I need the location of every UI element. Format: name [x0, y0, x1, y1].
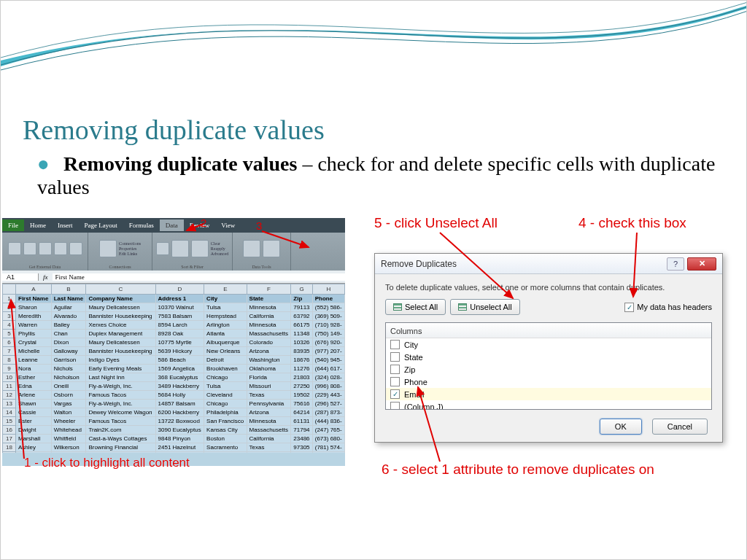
column-item--column-j-[interactable]: (Column J): [386, 400, 711, 410]
name-box[interactable]: A1: [2, 273, 39, 281]
annotation-4: 4 - check this box: [578, 215, 686, 231]
ribbon-tab-file[interactable]: File: [2, 219, 24, 231]
ok-button[interactable]: OK: [600, 419, 642, 435]
cancel-button[interactable]: Cancel: [652, 419, 708, 435]
column-checkbox[interactable]: [390, 402, 400, 410]
ribbon-tab-page-layout[interactable]: Page Layout: [79, 219, 123, 231]
ribbon-group-sort: Sort & Filter: [181, 265, 204, 269]
column-item-phone[interactable]: Phone: [386, 376, 711, 388]
bullet-dot: ●: [37, 152, 50, 175]
dialog-title: Remove Duplicates: [381, 259, 667, 269]
worksheet[interactable]: ABCDEFGH1First NameLast NameCompany Name…: [2, 284, 345, 453]
select-all-button[interactable]: Select All: [385, 299, 446, 315]
unselect-all-icon: [458, 303, 467, 311]
ribbon-group-tools: Data Tools: [252, 265, 271, 269]
btn-edit-links[interactable]: Edit Links: [119, 252, 141, 257]
unselect-all-button[interactable]: Unselect All: [450, 299, 519, 315]
btn-reapply[interactable]: Reapply: [211, 246, 228, 252]
headers-checkbox-label[interactable]: ✓ My data has headers: [624, 303, 712, 312]
column-checkbox[interactable]: [390, 365, 400, 374]
ribbon-group-external: Get External Data: [29, 265, 61, 269]
annotation-1: 1 - click to highlight all content: [24, 456, 190, 470]
annotation-5: 5 - click Unselect All: [374, 215, 498, 231]
bullet-bold: Removing duplicate values: [63, 152, 297, 175]
btn-advanced[interactable]: Advanced: [211, 252, 228, 257]
bullet-item: ● Removing duplicate values – check for …: [37, 152, 724, 199]
ribbon-tab-formulas[interactable]: Formulas: [123, 219, 160, 231]
excel-screenshot: FileHomeInsertPage LayoutFormulasDataRev…: [2, 218, 345, 466]
headers-checkbox[interactable]: ✓: [624, 303, 634, 312]
columns-header: Columns: [386, 324, 711, 338]
close-button[interactable]: ✕: [687, 257, 716, 271]
ribbon-tab-view[interactable]: View: [215, 219, 241, 231]
ribbon-group-conn: Connections: [109, 265, 131, 269]
ribbon-tab-home[interactable]: Home: [24, 219, 52, 231]
btn-connections[interactable]: Connections: [119, 241, 141, 246]
btn-clear[interactable]: Clear: [211, 241, 228, 246]
help-button[interactable]: ?: [667, 257, 684, 271]
fx-icon[interactable]: fx: [39, 273, 53, 281]
ribbon-tab-insert[interactable]: Insert: [52, 219, 79, 231]
column-item-email[interactable]: ✓Email: [386, 388, 711, 400]
excel-ribbon: FileHomeInsertPage LayoutFormulasDataRev…: [2, 218, 345, 271]
select-all-icon: [393, 303, 402, 311]
dialog-titlebar: Remove Duplicates ? ✕: [375, 254, 722, 274]
annotation-6: 6 - select 1 attribute to remove duplica…: [382, 462, 654, 478]
column-checkbox[interactable]: ✓: [390, 389, 400, 399]
column-item-zip[interactable]: Zip: [386, 363, 711, 376]
columns-list[interactable]: Columns CityStateZipPhone✓Email(Column J…: [385, 322, 712, 410]
ribbon-groups: Get External Data ConnectionsPropertiesE…: [2, 233, 345, 271]
ribbon-tabs: FileHomeInsertPage LayoutFormulasDataRev…: [2, 218, 345, 233]
wave-decoration: [1, 1, 747, 110]
headers-check-text: My data has headers: [637, 303, 712, 311]
column-item-state[interactable]: State: [386, 351, 711, 363]
formula-content[interactable]: First Name: [53, 273, 346, 281]
dialog-instruction: To delete duplicate values, select one o…: [385, 283, 712, 292]
formula-bar: A1 fx First Name: [2, 271, 345, 284]
column-checkbox[interactable]: [390, 377, 400, 386]
btn-properties[interactable]: Properties: [119, 246, 141, 252]
remove-duplicates-dialog: Remove Duplicates ? ✕ To delete duplicat…: [374, 253, 723, 443]
column-item-city[interactable]: City: [386, 338, 711, 351]
column-checkbox[interactable]: [390, 352, 400, 362]
column-checkbox[interactable]: [390, 340, 400, 349]
ribbon-tab-review[interactable]: Review: [184, 219, 216, 231]
slide-title: Removing duplicate values: [23, 114, 325, 146]
ribbon-tab-data[interactable]: Data: [160, 219, 184, 231]
